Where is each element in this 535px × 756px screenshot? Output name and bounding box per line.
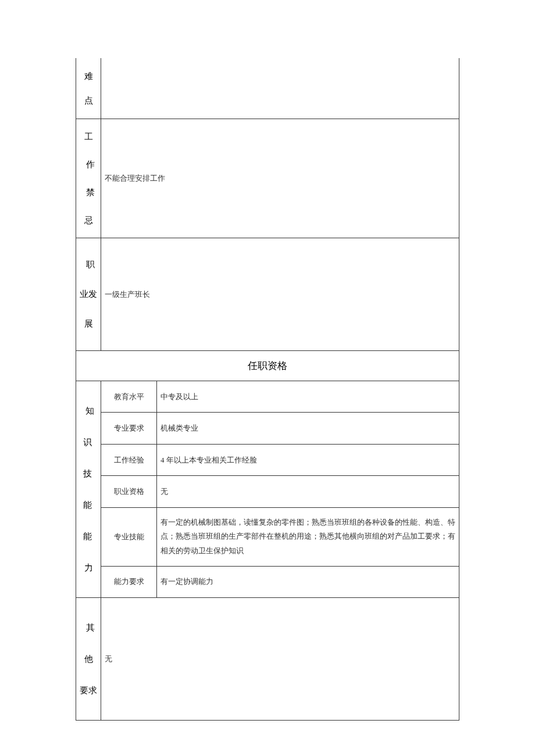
row-ability: 能力要求 有一定协调能力 <box>76 566 459 597</box>
row-experience: 工作经验 4 年以上本专业相关工作经脸 <box>76 444 459 475</box>
row-other: 其 他 要求 无 <box>76 598 459 721</box>
label-major: 专业要求 <box>101 413 157 444</box>
value-difficulty <box>101 58 459 119</box>
label-career: 职 业发 展 <box>76 238 101 351</box>
value-ability: 有一定协调能力 <box>157 566 459 597</box>
value-career: 一级生产班长 <box>101 238 459 351</box>
label-difficulty: 难 点 <box>76 58 101 119</box>
label-certificate: 职业资格 <box>101 476 157 507</box>
label-skills: 专业技能 <box>101 507 157 566</box>
row-certificate: 职业资格 无 <box>76 476 459 507</box>
row-qualification-header: 任职资格 <box>76 351 459 381</box>
value-education: 中专及以上 <box>157 381 459 413</box>
value-skills: 有一定的机械制图基础，读懂复杂的零件图；熟悉当班班组的各种设备的性能、构造、特点… <box>157 507 459 566</box>
value-experience: 4 年以上本专业相关工作经脸 <box>157 444 459 475</box>
label-knowledge: 知 识 技 能 能 力 <box>76 381 101 598</box>
value-other: 无 <box>101 598 459 721</box>
value-certificate: 无 <box>157 476 459 507</box>
row-major: 专业要求 机械类专业 <box>76 413 459 444</box>
job-spec-table: 难 点 工 作 禁 忌 不能合理安排工作 职 业发 展 一级生产班长 任职资格 … <box>76 58 459 721</box>
qualification-header: 任职资格 <box>76 351 459 381</box>
value-major: 机械类专业 <box>157 413 459 444</box>
value-taboo: 不能合理安排工作 <box>101 119 459 238</box>
label-taboo: 工 作 禁 忌 <box>76 119 101 238</box>
row-education: 知 识 技 能 能 力 教育水平 中专及以上 <box>76 381 459 413</box>
row-skills: 专业技能 有一定的机械制图基础，读懂复杂的零件图；熟悉当班班组的各种设备的性能、… <box>76 507 459 566</box>
label-other: 其 他 要求 <box>76 598 101 721</box>
row-taboo: 工 作 禁 忌 不能合理安排工作 <box>76 119 459 238</box>
row-difficulty: 难 点 <box>76 58 459 119</box>
row-career: 职 业发 展 一级生产班长 <box>76 238 459 351</box>
label-education: 教育水平 <box>101 381 157 413</box>
label-experience: 工作经验 <box>101 444 157 475</box>
label-ability: 能力要求 <box>101 566 157 597</box>
